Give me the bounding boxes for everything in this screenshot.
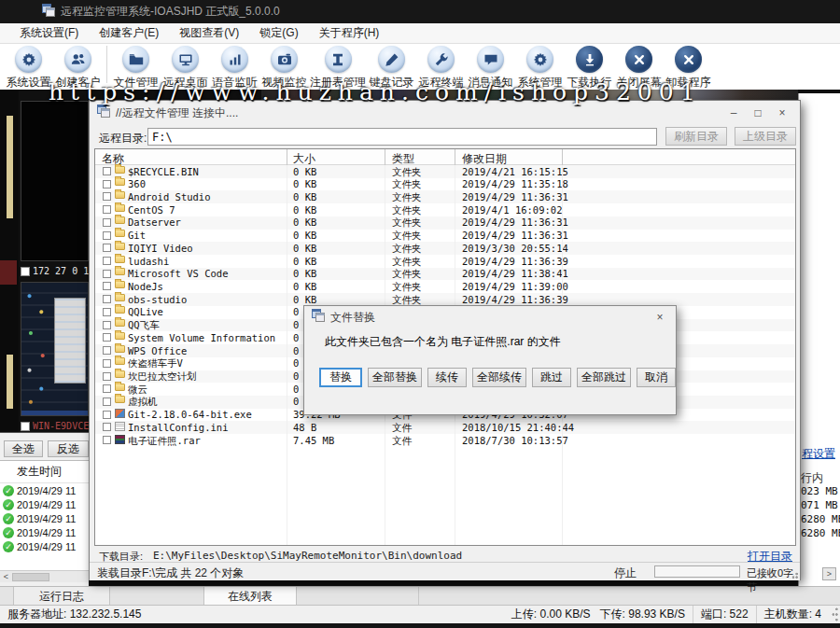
row-checkbox[interactable] bbox=[103, 372, 111, 381]
file-row[interactable]: 360 0 KB 文件夹 2019/4/29 11:35:18 bbox=[95, 178, 795, 191]
file-row[interactable]: $RECYCLE.BIN 0 KB 文件夹 2019/4/21 16:15:15 bbox=[95, 165, 795, 178]
resize-grip[interactable] bbox=[788, 568, 799, 579]
menu-item[interactable]: 锁定(G) bbox=[249, 22, 308, 44]
replace-dialog-button[interactable]: 全部跳过 bbox=[577, 368, 631, 387]
minimize-button[interactable]: – bbox=[721, 104, 746, 122]
toolbar-item-remote-terminal[interactable]: 远程终端 bbox=[416, 44, 466, 91]
toolbar-item-audio-monitor[interactable]: 语音监听 bbox=[210, 44, 259, 91]
toolbar-item-close-screen[interactable]: 关闭屏幕 bbox=[614, 44, 664, 91]
resize-grip[interactable] bbox=[829, 606, 840, 623]
log-column-header[interactable]: 发生时间 bbox=[0, 461, 89, 483]
host-checkbox[interactable] bbox=[21, 422, 30, 431]
row-checkbox[interactable] bbox=[103, 411, 111, 419]
menu-item[interactable]: 系统设置(F) bbox=[9, 22, 89, 44]
host-checkbox[interactable] bbox=[21, 267, 30, 276]
file-row[interactable]: CentOS 7 0 KB 文件夹 2019/4/1 16:09:02 bbox=[95, 203, 795, 216]
toolbar-item-uninstall[interactable]: 卸载程序 bbox=[664, 44, 713, 91]
row-checkbox[interactable] bbox=[103, 384, 111, 393]
invert-select-button[interactable]: 反选 bbox=[48, 440, 89, 457]
tab-run-log[interactable]: 运行日志 bbox=[13, 587, 110, 606]
menu-item[interactable]: 关于程序(H) bbox=[309, 22, 390, 44]
row-checkbox[interactable] bbox=[103, 205, 111, 214]
row-checkbox[interactable] bbox=[103, 231, 111, 240]
scroll-left-arrow-icon[interactable]: < bbox=[0, 571, 12, 582]
tab-online-list[interactable]: 在线列表 bbox=[203, 587, 297, 606]
row-checkbox[interactable] bbox=[103, 295, 111, 303]
window-title: 远程监控管理系统-IOASJHD 正式版_5.0.0.0 bbox=[61, 4, 280, 20]
replace-dialog-button[interactable]: 续传 bbox=[427, 368, 467, 387]
row-checkbox[interactable] bbox=[103, 308, 111, 316]
file-type: 文件夹 bbox=[392, 216, 422, 230]
file-row[interactable]: Datserver 0 KB 文件夹 2019/4/29 11:36:31 bbox=[95, 216, 795, 230]
file-row[interactable]: IQIYI Video 0 KB 文件夹 2019/3/30 20:55:14 bbox=[95, 242, 795, 255]
toolbar-item-download-execute[interactable]: 下载执行 bbox=[565, 44, 614, 91]
stop-label[interactable]: 停止 bbox=[614, 565, 637, 581]
host-thumbnail-2[interactable] bbox=[21, 282, 89, 416]
replace-dialog-button[interactable]: 全部续传 bbox=[472, 368, 526, 387]
file-date: 2019/4/29 11:36:39 bbox=[462, 256, 568, 267]
file-row[interactable]: 电子证件照.rar 7.45 MB 文件 2018/7/30 10:13:57 bbox=[95, 434, 795, 447]
log-row[interactable]: 2019/4/29 11 bbox=[0, 525, 89, 539]
replace-dialog-button[interactable]: 全部替换 bbox=[368, 368, 422, 387]
file-row[interactable]: Microsoft VS Code 0 KB 文件夹 2019/4/29 11:… bbox=[95, 268, 795, 281]
row-checkbox[interactable] bbox=[103, 282, 111, 290]
file-row[interactable]: NodeJs 0 KB 文件夹 2019/4/29 11:39:00 bbox=[95, 280, 795, 293]
toolbar-label: 视频监控 bbox=[262, 75, 307, 91]
toolbar-item-video-monitor[interactable]: 视频监控 bbox=[259, 44, 309, 91]
menu-item[interactable]: 视图查看(V) bbox=[169, 22, 249, 44]
close-button[interactable]: × bbox=[770, 104, 794, 122]
file-row[interactable]: Git 0 KB 文件夹 2019/4/29 11:36:31 bbox=[95, 230, 795, 243]
row-checkbox[interactable] bbox=[103, 321, 111, 329]
row-checkbox[interactable] bbox=[103, 192, 111, 201]
toolbar-item-registry-manager[interactable]: 注册表管理 bbox=[309, 44, 367, 91]
row-checkbox[interactable] bbox=[103, 257, 111, 265]
refresh-dir-button[interactable]: 刷新目录 bbox=[665, 127, 727, 146]
toolbar-item-system-manager[interactable]: 系统管理 bbox=[515, 44, 565, 91]
scrollbar-thumb[interactable] bbox=[12, 573, 49, 581]
file-name: WPS Office bbox=[128, 345, 187, 356]
toolbar-item-keylogger[interactable]: 键盘记录 bbox=[367, 44, 416, 91]
replace-dialog-button[interactable]: 取消 bbox=[637, 368, 676, 387]
log-horizontal-scrollbar[interactable]: < bbox=[0, 570, 89, 582]
close-button[interactable]: × bbox=[651, 310, 668, 325]
toolbar-item-system-settings[interactable]: 系统设置 bbox=[4, 44, 53, 91]
speech-bubble-icon bbox=[477, 46, 504, 73]
replace-dialog-button[interactable]: 跳过 bbox=[532, 368, 571, 387]
row-checkbox[interactable] bbox=[103, 423, 111, 431]
row-checkbox[interactable] bbox=[103, 346, 111, 355]
host-thumbnail-1[interactable] bbox=[21, 101, 89, 261]
toolbar-item-remote-desktop[interactable]: 远程桌面 bbox=[161, 44, 210, 91]
menu-item[interactable]: 创建客户(E) bbox=[89, 22, 169, 44]
file-row[interactable]: InstallConfig.ini 48 B 文件 2018/10/15 21:… bbox=[95, 421, 795, 434]
parent-dir-button[interactable]: 上级目录 bbox=[735, 127, 796, 146]
row-checkbox[interactable] bbox=[103, 244, 111, 252]
file-row[interactable]: Android Studio 0 KB 文件夹 2019/4/29 11:36:… bbox=[95, 190, 795, 203]
row-checkbox[interactable] bbox=[103, 180, 111, 188]
remote-dir-input[interactable] bbox=[147, 128, 657, 146]
row-checkbox[interactable] bbox=[103, 359, 111, 368]
row-checkbox[interactable] bbox=[103, 270, 111, 278]
close-x-icon bbox=[625, 46, 652, 73]
maximize-button[interactable]: □ bbox=[746, 104, 770, 122]
file-name: Android Studio bbox=[128, 191, 211, 202]
row-checkbox[interactable] bbox=[103, 436, 111, 444]
row-checkbox[interactable] bbox=[103, 218, 111, 227]
row-checkbox[interactable] bbox=[103, 167, 111, 175]
transfer-speeds: 上传: 0.00 KB/S 下传: 98.93 KB/S bbox=[504, 606, 693, 623]
row-checkbox[interactable] bbox=[103, 398, 111, 406]
file-date: 2019/4/21 16:15:15 bbox=[462, 166, 568, 177]
log-row[interactable]: 2019/4/29 11 bbox=[0, 497, 89, 511]
toolbar-item-message-notify[interactable]: 消息通知 bbox=[466, 44, 515, 91]
file-row[interactable]: ludashi 0 KB 文件夹 2019/4/29 11:36:39 bbox=[95, 255, 795, 268]
log-row[interactable]: 2019/4/29 11 bbox=[0, 539, 89, 553]
toolbar-item-create-client[interactable]: 创建客户 bbox=[53, 44, 103, 91]
log-row[interactable]: 2019/4/29 11 bbox=[0, 483, 89, 497]
file-row[interactable]: obs-studio 0 KB 文件夹 2019/4/29 11:36:39 bbox=[95, 293, 795, 306]
toolbar-item-file-manager[interactable]: 文件管理 bbox=[111, 44, 161, 91]
settings-link-clipped[interactable]: 程设置 bbox=[802, 446, 835, 462]
replace-dialog-button[interactable]: 替换 bbox=[319, 368, 362, 387]
row-checkbox[interactable] bbox=[103, 333, 111, 342]
scroll-right-arrow-icon[interactable]: > bbox=[822, 567, 836, 580]
log-row[interactable]: 2019/4/29 11 bbox=[0, 511, 89, 525]
select-all-button[interactable]: 全选 bbox=[4, 440, 43, 457]
